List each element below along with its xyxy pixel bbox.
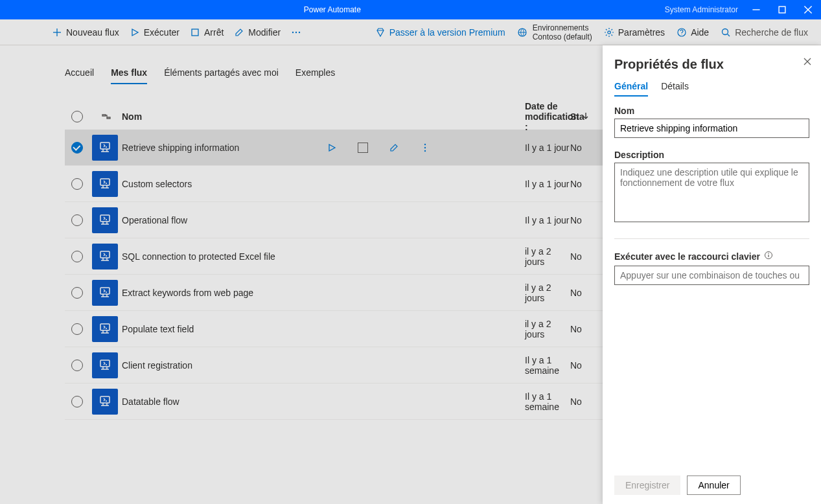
plus-icon [52,27,62,38]
tab-home[interactable]: Accueil [65,67,94,84]
close-icon [803,57,812,66]
panel-close-button[interactable] [803,57,812,68]
flow-modified: Il y a 1 semaine [525,391,570,412]
row-checkbox[interactable] [71,142,83,154]
new-flow-button[interactable]: Nouveau flux [52,27,119,38]
col-name[interactable]: Nom [122,111,316,122]
flow-modified: Il y a 1 semaine [525,355,570,376]
svg-point-23 [424,146,426,148]
help-icon [676,27,687,38]
svg-rect-7 [192,29,198,36]
row-checkbox[interactable] [71,323,83,335]
window-minimize-button[interactable] [743,0,769,19]
svg-point-22 [424,143,426,144]
more-button[interactable] [291,27,301,38]
gear-icon [604,27,614,38]
flow-icon [92,135,118,161]
description-label: Description [614,150,809,160]
row-checkbox[interactable] [71,360,83,371]
window-maximize-button[interactable] [769,0,795,19]
premium-button[interactable]: Passer à la version Premium [375,27,505,38]
tab-my-flows[interactable]: Mes flux [111,67,147,84]
edit-label: Modifier [248,27,281,38]
premium-label: Passer à la version Premium [389,27,505,38]
flow-icon [92,316,118,342]
flow-icon [92,207,118,233]
flow-description-input[interactable] [614,163,809,222]
flow-icon [92,352,118,378]
stop-button[interactable]: Arrêt [190,27,224,38]
row-checkbox[interactable] [71,214,83,226]
svg-point-8 [292,31,294,32]
svg-marker-6 [132,29,138,36]
svg-point-12 [608,30,610,33]
new-flow-label: Nouveau flux [66,27,119,38]
panel-tab-details[interactable]: Détails [661,81,689,97]
stop-icon [190,27,200,38]
svg-point-9 [295,31,297,32]
flow-type-icon [91,111,122,122]
shortcut-input[interactable] [614,266,809,285]
flow-icon [92,244,118,269]
col-modified[interactable]: Date de modification : [525,101,570,132]
svg-point-10 [299,31,300,32]
flow-name: Extract keywords from web page [122,288,316,298]
select-all-checkbox[interactable] [71,111,83,122]
flow-modified: il y a 2 jours [525,246,570,267]
flow-name: Client registration [122,360,316,371]
panel-title: Propriétés de flux [614,57,809,72]
row-checkbox[interactable] [71,287,83,299]
flow-properties-panel: Propriétés de flux Général Détails Nom D… [603,45,821,504]
flow-icon [92,280,118,306]
flow-modified: Il y a 1 jour [525,143,570,153]
help-label: Aide [691,27,709,38]
settings-button[interactable]: Paramètres [604,27,665,38]
environment-picker[interactable]: Environnements Contoso (default) [517,23,592,41]
flow-icon [92,171,118,197]
env-name: Contoso (default) [533,32,592,41]
shortcut-label: Exécuter avec le raccourci clavier [614,251,760,262]
row-edit-button[interactable] [378,143,410,153]
cancel-button[interactable]: Annuler [687,475,740,495]
svg-point-14 [723,29,728,34]
flow-name: Datatable flow [122,396,316,407]
row-more-button[interactable] [410,143,441,153]
row-stop-button[interactable] [347,143,378,153]
flow-name: Custom selectors [122,179,316,189]
row-checkbox[interactable] [71,251,83,262]
help-button[interactable]: Aide [676,27,709,38]
search-icon [721,27,731,38]
flow-modified: il y a 2 jours [525,282,570,303]
flow-name-input[interactable] [614,119,809,138]
svg-rect-1 [779,6,785,13]
settings-label: Paramètres [618,27,665,38]
pencil-icon [234,27,244,38]
svg-point-24 [424,150,426,151]
title-bar: Power Automate System Administrator [0,0,821,19]
flow-icon [92,389,118,415]
app-title: Power Automate [0,5,665,14]
more-icon [291,27,301,38]
row-checkbox[interactable] [71,178,83,190]
info-icon[interactable] [764,251,773,262]
row-checkbox[interactable] [71,396,83,407]
user-name[interactable]: System Administrator [665,5,738,14]
row-run-button[interactable] [316,143,347,153]
tab-shared[interactable]: Éléments partagés avec moi [164,67,279,84]
env-label: Environnements [533,23,592,32]
play-icon [130,27,140,38]
run-button[interactable]: Exécuter [130,27,179,38]
panel-tab-general[interactable]: Général [614,81,648,97]
svg-line-15 [728,34,730,36]
command-bar: Nouveau flux Exécuter Arrêt Modifier Pas… [0,19,821,45]
run-label: Exécuter [144,27,179,38]
edit-button[interactable]: Modifier [234,27,281,38]
flow-name: SQL connection to protected Excel file [122,251,316,262]
window-close-button[interactable] [795,0,821,19]
search-flows[interactable]: Recherche de flux [721,27,808,38]
save-button[interactable]: Enregistrer [614,475,680,495]
flow-modified: il y a 2 jours [525,319,570,339]
diamond-icon [375,27,386,38]
svg-point-85 [768,253,769,254]
tab-examples[interactable]: Exemples [295,67,335,84]
